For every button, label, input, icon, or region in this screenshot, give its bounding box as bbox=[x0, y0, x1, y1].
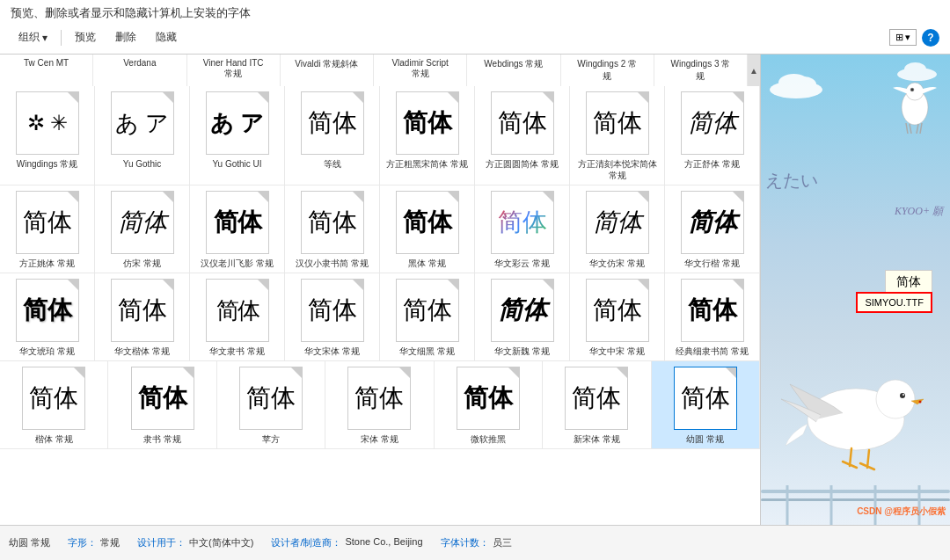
organize-button[interactable]: 组织 ▾ bbox=[11, 26, 55, 48]
font-icon-fzyuan: 简体 bbox=[491, 91, 554, 155]
count-label: 字体计数： bbox=[441, 536, 489, 549]
font-card-weisoftui[interactable]: 简体 微软推黑 bbox=[435, 361, 543, 448]
svg-point-5 bbox=[900, 393, 905, 398]
font-card-hyfly[interactable]: 简体 汉仪老川飞影 常规 bbox=[190, 185, 285, 273]
font-icon-heiti: 简体 bbox=[396, 191, 459, 254]
font-icon-hwxinwei: 简体 bbox=[491, 279, 554, 342]
font-label-hwkaiti: 华文楷体 常规 bbox=[114, 345, 170, 357]
font-card-hwkaiti[interactable]: 简体 华文楷体 常规 bbox=[95, 273, 190, 360]
font-card-heiti[interactable]: 简体 黑体 常规 bbox=[380, 185, 475, 273]
preview-button[interactable]: 预览 bbox=[67, 26, 104, 48]
font-icon-hwsong: 简体 bbox=[301, 279, 364, 342]
count-item: 字体计数： 员三 bbox=[441, 536, 512, 549]
font-card-xinsong[interactable]: 简体 新宋体 常规 bbox=[543, 361, 651, 448]
font-card-fzqingke[interactable]: 简体 方正清刻本悦宋简体 常规 bbox=[570, 86, 665, 185]
fonts-panel[interactable]: Tw Cen MT Verdana Viner Hand ITC常规 Vival… bbox=[0, 55, 761, 525]
font-header-1: Verdana bbox=[93, 55, 186, 86]
help-button[interactable]: ? bbox=[922, 29, 939, 47]
font-label-hwxingkai: 华文行楷 常规 bbox=[684, 258, 740, 269]
hide-button[interactable]: 隐藏 bbox=[148, 26, 185, 48]
font-card-wingdings[interactable]: ✲ ✳ Wingdings 常规 bbox=[0, 86, 95, 185]
watermark: CSDN @程序员小假紫 bbox=[857, 505, 946, 518]
font-icon-wingdings: ✲ ✳ bbox=[16, 91, 79, 155]
font-card-hwsong[interactable]: 简体 华文宋体 常规 bbox=[285, 273, 380, 360]
font-icon-weisoftui: 简体 bbox=[457, 367, 520, 430]
right-panel: えたい KYOO+ 願 bbox=[761, 55, 950, 525]
font-icon-fzcuhei: 简体 bbox=[396, 91, 459, 155]
top-bar: 预览、删除或者显示和隐藏计算机上安装的字体 组织 ▾ 预览 删除 隐藏 ⊞ ▾ … bbox=[0, 0, 950, 55]
font-icon-yugothic: あ ア bbox=[111, 91, 174, 155]
font-label-hwhupo: 华文琥珀 常规 bbox=[19, 345, 75, 357]
font-label-pingfang: 苹方 bbox=[262, 433, 280, 445]
font-header-6: Wingdings 2 常规 bbox=[561, 55, 654, 86]
font-card-songti[interactable]: 简体 宋体 常规 bbox=[325, 361, 434, 448]
font-row-2: 简体 方正姚体 常规 简体 仿宋 常规 简体 汉仪老川飞影 常规 简体 bbox=[0, 185, 760, 273]
heiti-display: 简体 bbox=[403, 206, 452, 239]
fzqingke-display: 简体 bbox=[593, 106, 642, 140]
grid-view-icon: ⊞ bbox=[895, 32, 903, 43]
font-icon-jingdianxili: 简体 bbox=[681, 279, 744, 342]
font-card-youyuan[interactable]: 简体 幼圆 常规 bbox=[652, 361, 760, 448]
svg-point-6 bbox=[902, 394, 904, 396]
view-toggle-button[interactable]: ⊞ ▾ bbox=[889, 29, 917, 46]
delete-button[interactable]: 删除 bbox=[107, 26, 144, 48]
style-label: 字形： bbox=[68, 536, 97, 549]
font-icon-fzyao: 简体 bbox=[16, 191, 79, 254]
font-card-dengxian[interactable]: 简体 等线 bbox=[285, 86, 380, 185]
font-card-hyxiaoli[interactable]: 简体 汉仪小隶书简 常规 bbox=[285, 185, 380, 273]
font-card-jingdianxili[interactable]: 简体 经典细隶书简 常规 bbox=[665, 273, 760, 360]
font-card-yugothic[interactable]: あ ア Yu Gothic bbox=[95, 86, 190, 185]
svg-point-4 bbox=[876, 380, 915, 418]
kaiti-display: 简体 bbox=[29, 382, 78, 415]
font-card-fzyuan[interactable]: 简体 方正圆圆简体 常规 bbox=[475, 86, 570, 185]
status-bar: 幼圆 常规 字形： 常规 设计用于： 中文(简体中文) 设计者/制造商： Sto… bbox=[0, 525, 950, 560]
hwxingkai-display: 简体 bbox=[688, 206, 737, 239]
svg-rect-9 bbox=[761, 498, 950, 501]
font-card-hwzhongsong[interactable]: 简体 华文中宋 常规 bbox=[570, 273, 665, 360]
font-card-fzyao[interactable]: 简体 方正姚体 常规 bbox=[0, 185, 95, 273]
font-label-fangsong: 仿宋 常规 bbox=[123, 258, 161, 269]
fangsong-display: 简体 bbox=[118, 206, 167, 239]
font-row-1: ✲ ✳ Wingdings 常规 あ ア Yu Gothic あ ア Yu Go… bbox=[0, 86, 760, 185]
font-icon-fzshu: 简体 bbox=[681, 91, 744, 155]
weisoftui-display: 简体 bbox=[464, 382, 513, 415]
design-value: 中文(简体中文) bbox=[189, 536, 253, 549]
organize-chevron-icon: ▾ bbox=[42, 32, 48, 44]
delete-label: 删除 bbox=[115, 30, 136, 45]
hyfly-display: 简体 bbox=[214, 206, 261, 239]
font-card-fangsong[interactable]: 简体 仿宋 常规 bbox=[95, 185, 190, 273]
font-card-pingfang[interactable]: 简体 苹方 bbox=[217, 361, 325, 448]
font-card-hwlishu[interactable]: 简体 华文隶书 常规 bbox=[190, 273, 285, 360]
font-icon-hyxiaoli: 简体 bbox=[301, 191, 364, 254]
songti-display: 简体 bbox=[354, 382, 404, 415]
font-card-fzshu[interactable]: 简体 方正舒体 常规 bbox=[665, 86, 760, 185]
font-label-jingdianxili: 经典细隶书简 常规 bbox=[676, 345, 749, 357]
fzyao-display: 简体 bbox=[23, 206, 72, 239]
font-label-dengxian: 等线 bbox=[324, 158, 341, 170]
font-card-lishu[interactable]: 简体 隶书 常规 bbox=[108, 361, 216, 448]
font-card-hwhupo[interactable]: 简体 华文琥珀 常规 bbox=[0, 273, 95, 360]
font-icon-fangsong: 简体 bbox=[111, 191, 174, 254]
font-label-fzshu: 方正舒体 常规 bbox=[684, 158, 740, 170]
designer-item: 设计者/制造商： Stone Co., Beijing bbox=[271, 536, 422, 549]
font-label-hyfly: 汉仪老川飞影 常规 bbox=[201, 258, 274, 269]
font-label-yugothic: Yu Gothic bbox=[123, 158, 161, 170]
jp-text: えたい bbox=[765, 169, 818, 193]
font-card-hwxihe[interactable]: 简体 华文细黑 常规 bbox=[380, 273, 475, 360]
font-card-hwcaiyun[interactable]: 简体 华文彩云 常规 bbox=[475, 185, 570, 273]
font-card-hwfangsong[interactable]: 简体 华文仿宋 常规 bbox=[570, 185, 665, 273]
font-card-hwxinwei[interactable]: 简体 华文新魏 常规 bbox=[475, 273, 570, 360]
xinsong-display: 简体 bbox=[572, 382, 621, 415]
scroll-up-button[interactable]: ▲ bbox=[748, 55, 760, 86]
selected-font-value: 幼圆 常规 bbox=[9, 536, 50, 549]
font-card-hwxingkai[interactable]: 简体 华文行楷 常规 bbox=[665, 185, 760, 273]
font-card-fzcuhei[interactable]: 简体 方正粗黑宋简体 常规 bbox=[380, 86, 475, 185]
svg-rect-8 bbox=[761, 490, 950, 493]
preview-label: 预览 bbox=[75, 30, 96, 45]
font-card-kaiti[interactable]: 简体 楷体 常规 bbox=[0, 361, 108, 448]
font-card-yugothicui[interactable]: あ ア Yu Gothic UI bbox=[190, 86, 285, 185]
tooltip-filename: SIMYOU.TTF bbox=[865, 297, 924, 308]
seagull-area bbox=[761, 336, 950, 476]
font-icon-hwcaiyun: 简体 bbox=[491, 191, 554, 254]
selected-font-item: 幼圆 常规 bbox=[9, 536, 50, 549]
